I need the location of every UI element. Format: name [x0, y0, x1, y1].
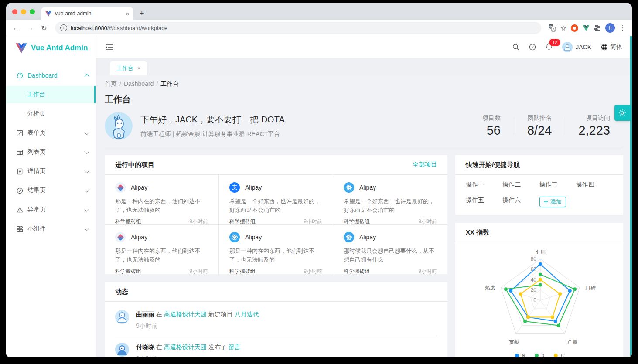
project-group[interactable]: 科学搬砖组	[344, 268, 370, 275]
new-tab-button[interactable]: +	[140, 9, 144, 18]
add-action-button[interactable]: 添加	[539, 197, 566, 207]
sidebar: Vue Antd Admin Dashboard 工作台 分析页 表单页	[6, 36, 96, 357]
activity-user-link[interactable]: 付晓晓	[136, 344, 154, 350]
sidebar-item-list[interactable]: 列表页	[6, 143, 96, 161]
chevron-down-icon	[84, 187, 89, 192]
browser-tabstrip: vue-antd-admin × +	[6, 3, 632, 20]
quicknav-action-4[interactable]: 操作四	[576, 181, 613, 189]
svg-text:0: 0	[533, 297, 536, 303]
quicknav-action-2[interactable]: 操作二	[502, 181, 539, 189]
sidebar-item-exception[interactable]: 异常页	[6, 201, 96, 218]
toolbar-extensions: 文A ☆ h ⋮	[546, 23, 628, 33]
index-chart-card: XX 指数 020406080引用口碑产量贡献热度 abc	[455, 223, 623, 357]
breadcrumb-home[interactable]: 首页	[105, 80, 117, 88]
notifications[interactable]: 12	[546, 43, 553, 52]
tab-workplace[interactable]: 工作台 ×	[110, 61, 147, 75]
sidebar-item-widget[interactable]: 小组件	[6, 220, 96, 238]
translate-icon[interactable]: 文A	[548, 24, 556, 32]
ant-design-icon	[115, 232, 126, 242]
header-actions: ? 12 JACK 简体	[512, 42, 622, 52]
quicknav-action-6[interactable]: 操作六	[502, 197, 539, 207]
project-group[interactable]: 科学搬砖组	[115, 268, 141, 275]
legend-dot	[554, 354, 558, 357]
back-icon[interactable]: ←	[10, 22, 22, 34]
activity-time: 9小时前	[136, 355, 241, 357]
sidebar-item-dashboard[interactable]: Dashboard	[6, 67, 96, 84]
project-card[interactable]: Alipay 那是一种内在的东西，他们到达不了，也无法触及的 科学搬砖组9小时前	[105, 175, 219, 225]
close-tab-icon[interactable]: ×	[137, 65, 140, 71]
app-logo[interactable]: Vue Antd Admin	[6, 36, 96, 60]
settings-gear-button[interactable]	[614, 105, 630, 121]
reload-icon[interactable]: ↻	[38, 22, 50, 34]
activity-team-link[interactable]: 高逼格设计天团	[164, 344, 207, 350]
quicknav-action-5[interactable]: 操作五	[466, 197, 502, 207]
svg-text:?: ?	[532, 45, 534, 49]
chevron-up-icon	[84, 74, 89, 78]
svg-text:A: A	[552, 27, 555, 31]
browser-tab[interactable]: vue-antd-admin ×	[41, 7, 133, 20]
help-icon[interactable]: ?	[529, 44, 536, 51]
breadcrumb-dashboard[interactable]: Dashboard	[124, 80, 154, 88]
quicknav-grid: 操作一 操作二 操作三 操作四 操作五 操作六 添加	[455, 175, 623, 215]
project-card[interactable]: Alipay 希望是一个好东西，也许是最好的，好东西是不会消亡的 科学搬砖组9小…	[333, 175, 447, 225]
user-name: JACK	[576, 44, 591, 51]
browser-profile-avatar[interactable]: h	[605, 23, 615, 33]
legend-item-c[interactable]: c	[554, 352, 563, 357]
ant-design-icon	[115, 182, 126, 193]
user-big-avatar	[105, 112, 133, 140]
projects-card-title: 进行中的项目	[115, 161, 154, 169]
menu-fold-icon[interactable]	[106, 44, 113, 51]
url-bar[interactable]: i localhost:8080/#/dashboard/workplace	[55, 22, 541, 34]
forward-icon[interactable]: →	[24, 22, 36, 34]
chevron-down-icon	[84, 168, 89, 173]
language-switcher[interactable]: 简体	[601, 43, 622, 51]
sidebar-item-detail[interactable]: 详情页	[6, 163, 96, 180]
activity-time: 9小时前	[136, 322, 259, 330]
quicknav-action-1[interactable]: 操作一	[466, 181, 502, 189]
page-content: 首页/ Dashboard/ 工作台 工作台	[96, 75, 632, 357]
project-card[interactable]: Alipay 那是一种内在的东西，他们到达不了，也无法触及的 科学搬砖组9小时前	[105, 225, 219, 274]
project-card[interactable]: Alipay 那是一种内在的东西，他们到达不了，也无法触及的 科学搬砖组9小时前	[219, 225, 333, 274]
project-card[interactable]: Alipay 希望是一个好东西，也许是最好的，好东西是不会消亡的 科学搬砖组9小…	[219, 175, 333, 225]
atom-icon	[344, 182, 354, 193]
legend-item-b[interactable]: b	[535, 352, 545, 357]
minimize-window-button[interactable]	[21, 9, 26, 14]
site-info-icon[interactable]: i	[60, 24, 67, 31]
project-card[interactable]: Alipay 那时候我只会想自己想要什么，从不想自己拥有什么 科学搬砖组9小时前	[333, 225, 447, 274]
sidebar-item-workplace[interactable]: 工作台	[6, 86, 96, 103]
url-text: localhost:8080/#/dashboard/workplace	[71, 25, 167, 31]
search-icon[interactable]	[512, 44, 519, 51]
maximize-window-button[interactable]	[30, 9, 35, 14]
activity-user-link[interactable]: 曲丽丽	[136, 311, 154, 318]
gear-icon	[618, 109, 627, 117]
activity-target-link[interactable]: 八月迭代	[235, 311, 259, 318]
svg-text:60: 60	[531, 266, 537, 272]
activity-card: 动态 曲丽丽 在	[105, 282, 447, 357]
project-group[interactable]: 科学搬砖组	[229, 268, 256, 275]
vue-devtools-icon[interactable]	[583, 25, 590, 31]
breadcrumb: 首页/ Dashboard/ 工作台	[105, 80, 623, 88]
stat-projects: 项目数 56	[469, 114, 514, 138]
close-tab-icon[interactable]: ×	[126, 10, 129, 17]
sidebar-item-analysis[interactable]: 分析页	[6, 105, 96, 122]
activity-team-link[interactable]: 高逼格设计天团	[164, 311, 207, 318]
quicknav-action-3[interactable]: 操作三	[539, 181, 576, 189]
svg-text:贡献: 贡献	[509, 339, 519, 345]
user-menu[interactable]: JACK	[562, 42, 591, 52]
legend-item-a[interactable]: a	[515, 352, 525, 357]
radar-chart: 020406080引用口碑产量贡献热度 abc	[455, 242, 623, 357]
activity-target-link[interactable]: 留言	[229, 344, 241, 350]
svg-text:40: 40	[531, 277, 537, 283]
sidebar-item-result[interactable]: 结果页	[6, 182, 96, 199]
sidebar-item-form[interactable]: 表单页	[6, 124, 96, 142]
page-title: 工作台	[105, 94, 623, 105]
close-window-button[interactable]	[12, 9, 17, 14]
all-projects-link[interactable]: 全部项目	[413, 161, 437, 169]
browser-menu-icon[interactable]: ⋮	[619, 24, 626, 32]
extensions-puzzle-icon[interactable]	[594, 24, 601, 31]
extension-icon[interactable]	[571, 24, 578, 32]
table-icon	[17, 149, 23, 156]
atom-icon	[229, 232, 240, 242]
bookmark-star-icon[interactable]: ☆	[560, 24, 566, 32]
user-avatar	[562, 42, 573, 52]
